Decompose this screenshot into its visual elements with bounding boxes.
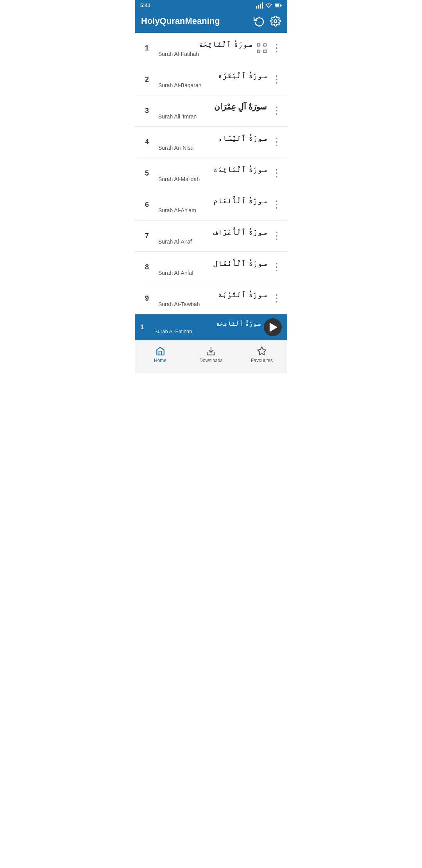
wifi-icon <box>265 2 272 9</box>
more-button-9[interactable] <box>271 292 283 304</box>
surah-arabic-4: سورَةُ ٱلنِّسَاء <box>158 133 267 143</box>
nav-label-favourites: Favourites <box>251 358 273 363</box>
svg-point-20 <box>276 82 277 84</box>
nav-item-home[interactable]: Home <box>145 344 176 366</box>
svg-point-32 <box>276 207 277 209</box>
settings-button[interactable] <box>270 16 281 27</box>
svg-point-19 <box>276 79 277 80</box>
svg-point-27 <box>276 169 277 171</box>
surah-item-8[interactable]: 8 سورَةُ ٱلْأَنْفَال Surah Al-Anfal <box>135 252 287 283</box>
more-button-4[interactable] <box>271 136 283 148</box>
now-playing-number: 1 <box>140 324 151 331</box>
surah-arabic-6: سورَةُ ٱلْأَنْعَام <box>158 195 267 206</box>
svg-rect-6 <box>281 5 281 6</box>
svg-point-29 <box>276 176 277 178</box>
svg-point-7 <box>274 20 277 22</box>
svg-point-36 <box>276 263 277 265</box>
more-button-8[interactable] <box>271 261 283 273</box>
surah-item-7[interactable]: 7 سورَةُ ٱلْأَعْرَاف Surah Al-A'raf <box>135 221 287 252</box>
surah-item-9[interactable]: 9 سورَةُ ٱلتَّوْبَة Surah At-Tawbah <box>135 283 287 314</box>
surah-number-4: 4 <box>139 138 154 146</box>
svg-point-24 <box>276 138 277 140</box>
surah-english-3: Surah Ali 'Imran <box>158 113 267 120</box>
surah-number-1: 1 <box>139 44 154 52</box>
nav-label-home: Home <box>154 358 166 363</box>
surah-english-9: Surah At-Tawbah <box>158 301 267 307</box>
svg-point-28 <box>276 172 277 174</box>
surah-english-5: Surah Al-Ma'idah <box>158 176 267 182</box>
surah-number-9: 9 <box>139 294 154 303</box>
surah-english-2: Surah Al-Baqarah <box>158 82 267 88</box>
surah-arabic-2: سورَةُ ٱلْبَقَرَة <box>158 70 267 81</box>
surah-names-9: سورَةُ ٱلتَّوْبَة Surah At-Tawbah <box>154 289 271 307</box>
play-button[interactable] <box>264 318 282 336</box>
svg-point-30 <box>276 201 277 202</box>
now-playing-arabic: سورَةُ ٱلْفَاتِحَة <box>154 320 261 328</box>
nav-icon-home <box>155 346 165 356</box>
svg-point-33 <box>276 232 277 233</box>
more-button-2[interactable] <box>271 74 283 85</box>
surah-item-2[interactable]: 2 سورَةُ ٱلْبَقَرَة Surah Al-Baqarah <box>135 64 287 95</box>
update-button[interactable] <box>254 16 265 27</box>
nav-label-downloads: Downloads <box>199 358 222 363</box>
more-button-1[interactable] <box>271 42 283 54</box>
svg-point-21 <box>276 107 277 108</box>
more-button-3[interactable] <box>271 105 283 117</box>
svg-point-23 <box>276 113 277 115</box>
status-bar: 5:41 <box>135 0 287 11</box>
more-button-6[interactable] <box>271 199 283 210</box>
surah-arabic-7: سورَةُ ٱلْأَعْرَاف <box>158 227 267 237</box>
surah-item-1[interactable]: 1 سورَةُ ٱلْفَاتِحَة Surah Al-Fatihah <box>135 33 287 64</box>
surah-item-5[interactable]: 5 سورَةُ ٱلْمَائِدَة Surah Al-Ma'idah <box>135 158 287 189</box>
nav-item-downloads[interactable]: Downloads <box>195 344 227 366</box>
svg-rect-1 <box>258 5 259 9</box>
now-playing-bar: 1 سورَةُ ٱلْفَاتِحَة Surah Al-Fatihah <box>135 314 287 340</box>
svg-point-18 <box>276 75 277 77</box>
svg-rect-3 <box>262 2 263 9</box>
app-header: HolyQuranMeaning <box>135 11 287 33</box>
svg-rect-10 <box>257 50 260 52</box>
svg-point-26 <box>276 145 277 146</box>
now-playing-names: سورَةُ ٱلْفَاتِحَة Surah Al-Fatihah <box>151 320 264 334</box>
surah-actions-8 <box>271 261 283 273</box>
play-icon <box>270 323 277 332</box>
signal-icon <box>256 2 263 9</box>
svg-point-41 <box>276 301 277 303</box>
surah-item-6[interactable]: 6 سورَةُ ٱلْأَنْعَام Surah Al-An'am <box>135 189 287 221</box>
surah-item-4[interactable]: 4 سورَةُ ٱلنِّسَاء Surah An-Nisa <box>135 127 287 158</box>
svg-point-25 <box>276 141 277 143</box>
surah-english-7: Surah Al-A'raf <box>158 239 267 245</box>
svg-point-35 <box>276 239 277 240</box>
svg-point-31 <box>276 204 277 205</box>
more-button-7[interactable] <box>271 230 283 242</box>
svg-rect-8 <box>257 44 260 46</box>
surah-number-6: 6 <box>139 201 154 209</box>
svg-rect-2 <box>260 4 261 8</box>
surah-names-5: سورَةُ ٱلْمَائِدَة Surah Al-Ma'idah <box>154 164 271 182</box>
surah-arabic-8: سورَةُ ٱلْأَنْفَال <box>158 258 267 268</box>
more-button-5[interactable] <box>271 167 283 179</box>
surah-actions-7 <box>271 230 283 242</box>
surah-item-3[interactable]: 3 سورَةُ آلِ عِمْرَان Surah Ali 'Imran <box>135 95 287 127</box>
surah-actions-1 <box>256 42 283 54</box>
surah-actions-5 <box>271 167 283 179</box>
svg-point-38 <box>276 270 277 271</box>
svg-point-39 <box>276 294 277 296</box>
surah-actions-3 <box>271 105 283 117</box>
scan-button-1[interactable] <box>256 42 268 54</box>
surah-names-3: سورَةُ آلِ عِمْرَان Surah Ali 'Imran <box>154 102 271 120</box>
status-time: 5:41 <box>140 2 150 8</box>
surah-arabic-5: سورَةُ ٱلْمَائِدَة <box>158 164 267 174</box>
svg-point-37 <box>276 266 277 268</box>
svg-point-15 <box>276 44 277 46</box>
nav-item-favourites[interactable]: Favourites <box>246 344 277 366</box>
surah-number-3: 3 <box>139 107 154 115</box>
surah-actions-2 <box>271 74 283 85</box>
surah-arabic-9: سورَةُ ٱلتَّوْبَة <box>158 289 267 299</box>
now-playing-english: Surah Al-Fatihah <box>154 328 261 334</box>
header-actions <box>254 16 281 27</box>
surah-english-4: Surah An-Nisa <box>158 145 267 151</box>
surah-names-7: سورَةُ ٱلْأَعْرَاف Surah Al-A'raf <box>154 227 271 245</box>
surah-number-8: 8 <box>139 263 154 271</box>
surah-names-8: سورَةُ ٱلْأَنْفَال Surah Al-Anfal <box>154 258 271 276</box>
